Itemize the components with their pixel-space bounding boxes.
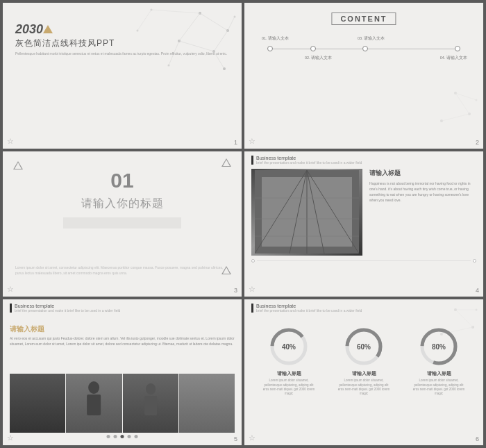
slide5-body: At vero eos et accusam qui justo Feudus-… <box>10 335 235 347</box>
tl-dot-2 <box>310 46 316 51</box>
slide-grid: 2030 灰色简洁点线科技风PPT Pellentesque habitant … <box>0 0 486 448</box>
svg-line-22 <box>455 93 469 114</box>
content-label: CONTENT <box>331 13 396 25</box>
connector-line-seg <box>257 260 471 261</box>
chart-desc-3: Lorem ipsum dolor situamet, pellentesque… <box>411 379 467 396</box>
svg-line-24 <box>455 93 476 100</box>
slide-1[interactable]: 2030 灰色简洁点线科技风PPT Pellentesque habitant … <box>3 3 242 149</box>
chart-label-1: 请输入标题 <box>277 370 301 377</box>
star-icon-1[interactable]: ☆ <box>7 137 14 146</box>
svg-line-12 <box>179 41 214 51</box>
svg-rect-38 <box>144 396 157 415</box>
slide-3[interactable]: 01 请输入你的标题 Lorem ipsum dolor sit amet, c… <box>3 151 242 297</box>
svg-line-16 <box>151 10 200 13</box>
slide-num-1: 1 <box>234 139 237 146</box>
svg-line-9 <box>200 13 228 31</box>
right-content: 请输入标题 Happiness is not about being immor… <box>369 169 476 203</box>
svg-line-10 <box>179 13 200 41</box>
pagination-dots <box>107 435 138 438</box>
tl-dot-4 <box>455 46 460 51</box>
pct-40-label: 40% <box>282 343 296 351</box>
right-body: Happiness is not about being immortal no… <box>369 181 476 203</box>
star-icon-6[interactable]: ☆ <box>249 433 255 442</box>
slide-5[interactable]: Business template brief the presentation… <box>3 299 242 445</box>
svg-point-35 <box>88 381 99 394</box>
biz-header-6: Business template brief the presentation… <box>251 304 362 313</box>
tl-label-4: 04. 请输入文本 <box>440 56 467 60</box>
big-title: 请输入你的标题 <box>81 197 164 211</box>
connector-dot-1 <box>251 259 255 263</box>
svg-line-13 <box>228 17 235 31</box>
chart-label-3: 请输入标题 <box>427 370 451 377</box>
slide-2[interactable]: CONTENT 01. 请输入文本 02. 请输入文本 03. 请输入文本 04… <box>244 3 483 149</box>
slide-6[interactable]: Business template brief the presentation… <box>244 299 483 445</box>
chart-label-2: 请输入标题 <box>352 370 376 377</box>
triangle-bottom-right <box>221 265 231 277</box>
title-bg-rect <box>63 217 181 229</box>
dot-1 <box>107 435 110 438</box>
slide1-subtitle: Pellentesque habitant morbi tristique se… <box>15 51 229 57</box>
person-silhouette <box>123 374 178 433</box>
slide-num-3: 3 <box>234 287 237 294</box>
people-silhouette <box>66 374 122 433</box>
tl-label-1: 01. 请输入文本 <box>262 36 289 41</box>
slide-num-4: 4 <box>476 287 479 294</box>
chart-item-2: 60% 请输入标题 Lorem ipsum dolor situamet, pe… <box>336 326 392 396</box>
star-icon-3[interactable]: ☆ <box>7 285 14 294</box>
year-text: 2030 <box>15 22 43 37</box>
slide-num-2: 2 <box>476 139 479 146</box>
triangle-decoration <box>43 25 53 33</box>
biz-header-5: Business template brief the presentation… <box>10 304 120 313</box>
connector-dot-2 <box>473 259 476 263</box>
svg-line-11 <box>214 31 228 51</box>
triangle-top-right <box>221 157 231 169</box>
star-icon-5[interactable]: ☆ <box>7 433 14 442</box>
biz-title-5: Business template <box>15 304 120 308</box>
svg-line-43 <box>455 310 473 327</box>
photo-seg-2 <box>66 374 122 433</box>
tl-dot-1 <box>267 46 273 51</box>
connector-line <box>251 259 476 263</box>
star-icon-4[interactable]: ☆ <box>249 285 255 294</box>
charts-row: 40% 请输入标题 Lorem ipsum dolor situamet, pe… <box>251 326 476 396</box>
svg-line-23 <box>442 114 469 121</box>
svg-line-17 <box>137 10 151 31</box>
photo-strip-inner <box>10 374 235 433</box>
pct-80-label: 80% <box>432 343 446 351</box>
svg-rect-36 <box>87 395 101 415</box>
biz-header-4: Business template brief the presentation… <box>251 156 362 165</box>
pct-60-label: 60% <box>357 343 371 351</box>
chart-desc-1: Lorem ipsum dolor situamet, pellentesque… <box>261 379 317 396</box>
triangle-top-left <box>13 160 23 172</box>
slide-4[interactable]: Business template brief the presentation… <box>244 151 483 297</box>
chart-item-3: 80% 请输入标题 Lorem ipsum dolor situamet, pe… <box>411 326 467 396</box>
tl-label-2: 02. 请输入文本 <box>305 56 332 60</box>
slide-num-5: 5 <box>234 435 237 442</box>
big-number: 01 <box>110 169 133 192</box>
building-svg <box>255 170 359 254</box>
slide5-title: 请输入标题 <box>10 324 44 334</box>
photo-seg-4 <box>179 374 235 433</box>
timeline: 01. 请输入文本 02. 请输入文本 03. 请输入文本 04. 请输入文本 <box>255 36 473 85</box>
network-bg-2-icon <box>400 79 483 135</box>
svg-point-37 <box>146 383 156 395</box>
photo-inner <box>251 169 362 256</box>
slide-num-6: 6 <box>476 435 479 442</box>
biz-title-4: Business template <box>256 156 362 160</box>
photo-seg-3 <box>123 374 178 433</box>
chart-item-1: 40% 请输入标题 Lorem ipsum dolor situamet, pe… <box>261 326 317 396</box>
donut-40: 40% <box>268 326 310 367</box>
tl-dot-3 <box>362 46 368 51</box>
star-icon-2[interactable]: ☆ <box>249 137 255 146</box>
chart-desc-2: Lorem ipsum dolor situamet, pellentesque… <box>336 379 392 396</box>
dot-2 <box>114 435 117 438</box>
biz-sub-6: brief the presentation and make it brief… <box>256 308 362 313</box>
dot-4 <box>128 435 131 438</box>
right-title: 请输入标题 <box>369 169 476 178</box>
network-bg-icon <box>117 3 242 86</box>
dot-3 <box>121 435 124 438</box>
body-text: Lorem ipsum dolor sit amet, consectetur … <box>15 265 229 276</box>
donut-60: 60% <box>343 326 385 367</box>
building-photo <box>251 169 362 256</box>
tl-label-3: 03. 请输入文本 <box>358 36 385 41</box>
